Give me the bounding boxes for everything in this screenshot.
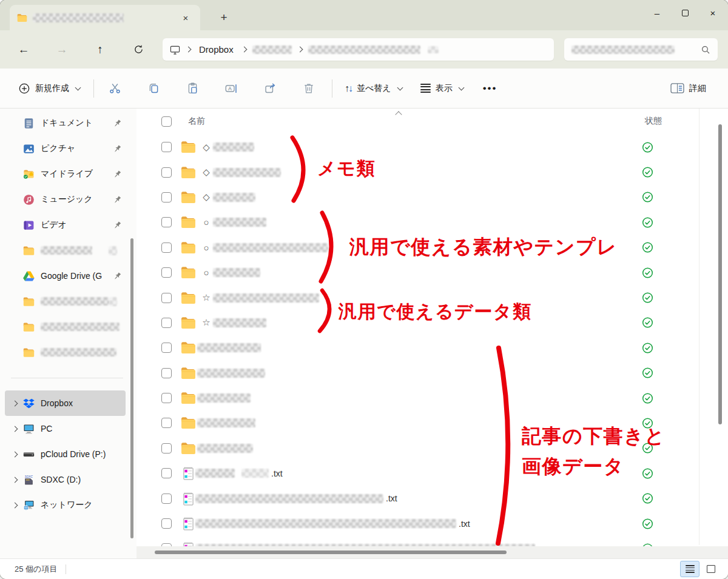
rename-button[interactable]: A xyxy=(219,76,243,101)
file-row[interactable]: ◇ xyxy=(136,159,728,184)
file-row[interactable] xyxy=(136,361,728,386)
share-button[interactable] xyxy=(258,76,282,101)
minimize-button[interactable]: – xyxy=(643,0,671,25)
sidebar-item-redacted[interactable] xyxy=(5,289,126,314)
redacted-breadcrumb-segment[interactable] xyxy=(252,45,292,54)
file-row[interactable]: ○ xyxy=(136,260,728,285)
redacted-file-name xyxy=(213,243,328,252)
sidebar-item-dropbox[interactable]: Dropbox xyxy=(5,390,126,416)
vertical-scrollbar[interactable] xyxy=(718,124,722,424)
row-checkbox[interactable] xyxy=(161,494,172,504)
row-checkbox[interactable] xyxy=(161,518,172,529)
cut-button[interactable] xyxy=(103,76,127,101)
sidebar-item-redacted[interactable] xyxy=(5,238,126,263)
file-row[interactable]: ☆ xyxy=(136,310,728,335)
explorer-tab[interactable]: × xyxy=(10,5,200,30)
details-view-icon xyxy=(686,565,695,573)
address-bar[interactable]: Dropbox xyxy=(163,38,554,61)
expand-chevron-icon[interactable] xyxy=(12,426,18,432)
sidebar-item-redacted[interactable] xyxy=(5,340,126,365)
sidebar-item-redacted[interactable] xyxy=(5,314,126,340)
file-row[interactable] xyxy=(136,436,728,461)
expand-chevron-icon[interactable] xyxy=(12,400,18,406)
file-row[interactable]: ☆ xyxy=(136,285,728,310)
details-view-toggle[interactable] xyxy=(680,561,699,577)
view-button[interactable]: 表示 xyxy=(417,76,467,101)
file-row[interactable] xyxy=(136,335,728,360)
redacted-file-name xyxy=(197,393,251,403)
breadcrumb-dropbox[interactable]: Dropbox xyxy=(199,44,234,55)
sidebar-item-google-drive[interactable]: Google Drive (G xyxy=(5,263,126,289)
sort-ascending-icon[interactable] xyxy=(395,111,402,118)
row-checkbox[interactable] xyxy=(161,217,172,227)
file-row[interactable]: .txt xyxy=(136,511,728,536)
row-checkbox[interactable] xyxy=(161,142,172,152)
file-row[interactable] xyxy=(136,536,728,546)
redacted-breadcrumb-segment[interactable] xyxy=(308,45,420,54)
column-header-status[interactable]: 状態 xyxy=(645,116,662,127)
sidebar-item-pictures[interactable]: ピクチャ xyxy=(5,136,126,161)
file-row[interactable]: .txt xyxy=(136,486,728,510)
new-tab-button[interactable]: + xyxy=(214,7,234,28)
sidebar-item-videos[interactable]: ビデオ xyxy=(5,212,126,238)
chevron-down-icon xyxy=(458,84,464,90)
copy-icon xyxy=(147,82,160,95)
sidebar-item-music[interactable]: ミュージック xyxy=(5,187,126,212)
sidebar-item-network[interactable]: ネットワーク xyxy=(5,492,126,518)
sidebar-item-documents[interactable]: ドキュメント xyxy=(5,110,126,136)
sidebar-item-pc[interactable]: PC xyxy=(5,416,126,441)
up-button[interactable]: ↑ xyxy=(90,39,110,60)
more-options-button[interactable]: ••• xyxy=(483,82,497,95)
folder-tab-icon xyxy=(17,13,27,22)
row-checkbox[interactable] xyxy=(161,418,172,428)
expand-chevron-icon[interactable] xyxy=(12,477,18,483)
row-checkbox[interactable] xyxy=(161,393,172,403)
paste-button[interactable] xyxy=(180,76,204,101)
back-button[interactable]: ← xyxy=(13,39,34,60)
row-checkbox[interactable] xyxy=(161,343,172,353)
row-checkbox[interactable] xyxy=(161,318,172,328)
search-input[interactable] xyxy=(564,38,718,61)
new-button[interactable]: 新規作成 xyxy=(15,76,84,101)
drive-icon xyxy=(23,449,35,460)
select-all-checkbox[interactable] xyxy=(161,116,172,127)
file-row[interactable] xyxy=(136,410,728,435)
row-checkbox[interactable] xyxy=(161,293,172,303)
column-header-name[interactable]: 名前 xyxy=(188,116,205,127)
copy-button[interactable] xyxy=(141,76,166,101)
file-row[interactable]: ◇ xyxy=(136,135,728,159)
file-row[interactable]: .txt xyxy=(136,461,728,486)
horizontal-scrollbar-track[interactable] xyxy=(136,546,728,558)
sidebar-item-pcloud-drive[interactable]: pCloud Drive (P:) xyxy=(5,441,126,467)
row-checkbox[interactable] xyxy=(161,267,172,278)
file-row[interactable]: ○ xyxy=(136,235,728,260)
file-row[interactable] xyxy=(136,386,728,410)
row-checkbox[interactable] xyxy=(161,243,172,253)
file-row[interactable]: ○ xyxy=(136,210,728,235)
forward-button[interactable]: → xyxy=(52,39,72,60)
row-checkbox[interactable] xyxy=(161,167,172,178)
row-checkbox[interactable] xyxy=(161,368,172,378)
row-checkbox[interactable] xyxy=(161,443,172,453)
file-row[interactable]: ◇ xyxy=(136,185,728,210)
expand-chevron-icon[interactable] xyxy=(12,502,18,508)
sidebar-item-sdxc[interactable]: SDXC SDXC (D:) xyxy=(5,467,126,492)
sidebar-scrollbar[interactable] xyxy=(130,238,133,538)
tab-close-icon[interactable]: × xyxy=(178,10,193,25)
sidebar-item-my-drive[interactable]: マイドライブ xyxy=(5,161,126,187)
row-checkbox[interactable] xyxy=(161,192,172,202)
large-icons-view-icon xyxy=(707,565,715,573)
horizontal-scrollbar-thumb[interactable] xyxy=(155,551,507,554)
details-pane-button[interactable]: 詳細 xyxy=(667,76,712,101)
folder-icon xyxy=(181,241,196,254)
expand-chevron-icon[interactable] xyxy=(12,451,18,457)
sync-status-icon xyxy=(642,443,653,454)
large-icons-view-toggle[interactable] xyxy=(701,561,721,577)
delete-button[interactable] xyxy=(297,76,321,101)
maximize-button[interactable] xyxy=(671,0,699,25)
sort-button[interactable]: ↑↓ 並べ替え xyxy=(341,76,406,101)
close-button[interactable]: × xyxy=(699,0,727,25)
pin-icon xyxy=(113,170,122,179)
refresh-button[interactable] xyxy=(128,39,149,60)
row-checkbox[interactable] xyxy=(161,468,172,478)
